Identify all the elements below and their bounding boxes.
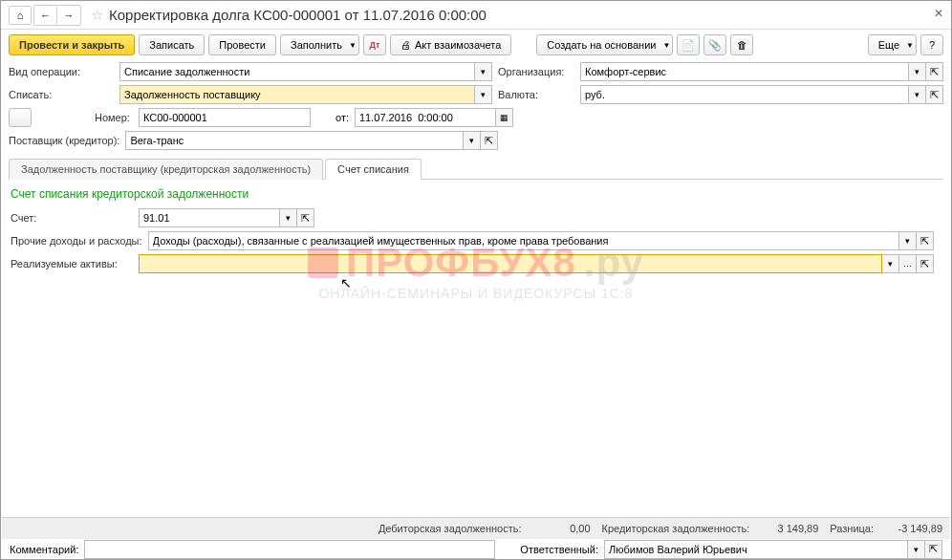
- open-link-icon[interactable]: ⇱: [481, 131, 498, 150]
- debit-label: Дебиторская задолженность:: [379, 523, 522, 534]
- currency-input[interactable]: [580, 85, 909, 104]
- more-button[interactable]: Еще▼: [868, 34, 917, 55]
- writeoff-label: Списать:: [9, 89, 114, 100]
- dropdown-icon[interactable]: ▾: [909, 85, 926, 104]
- number-input[interactable]: [139, 108, 311, 127]
- create-based-button[interactable]: Создать на основании▼: [536, 34, 673, 55]
- organization-input[interactable]: [580, 62, 909, 81]
- back-button[interactable]: ←: [34, 6, 57, 25]
- calendar-icon[interactable]: ▦: [496, 108, 513, 127]
- open-link-icon[interactable]: ⇱: [917, 231, 934, 250]
- toolbar: Провести и закрыть Записать Провести Зап…: [1, 30, 951, 60]
- comment-label: Комментарий:: [10, 544, 78, 555]
- close-icon[interactable]: ✕: [934, 7, 943, 20]
- diff-value: -3 149,89: [885, 523, 942, 534]
- tab-content: Счет списания кредиторской задолженности…: [1, 180, 951, 283]
- post-button[interactable]: Провести: [208, 34, 276, 55]
- titlebar: ⌂ ← → ☆ Корректировка долга КС00-000001 …: [1, 1, 951, 30]
- footer-summary: Дебиторская задолженность: 0,00 Кредитор…: [2, 517, 950, 538]
- help-button[interactable]: ?: [920, 34, 943, 55]
- tab-debt[interactable]: Задолженность поставщику (кредиторская з…: [9, 159, 323, 180]
- credit-value: 3 149,89: [761, 523, 818, 534]
- home-button[interactable]: ⌂: [9, 6, 32, 25]
- fill-button[interactable]: Заполнить▼: [280, 34, 359, 55]
- operation-type-input[interactable]: [119, 62, 475, 81]
- other-income-input[interactable]: [148, 231, 899, 250]
- window-title: Корректировка долга КС00-000001 от 11.07…: [109, 7, 487, 23]
- document-status-icon[interactable]: [9, 108, 32, 127]
- account-label: Счет:: [11, 212, 133, 224]
- organization-label: Организация:: [498, 66, 574, 77]
- assets-input[interactable]: [139, 254, 882, 273]
- open-link-icon[interactable]: ⇱: [926, 85, 943, 104]
- print-icon: 🖨: [400, 39, 411, 51]
- open-link-icon[interactable]: ⇱: [917, 254, 934, 273]
- other-income-label: Прочие доходы и расходы:: [11, 235, 142, 247]
- date-label: от:: [335, 112, 349, 123]
- open-link-icon[interactable]: ⇱: [925, 540, 942, 559]
- tab-writeoff-account[interactable]: Счет списания: [325, 159, 422, 180]
- dropdown-icon[interactable]: ▾: [464, 131, 481, 150]
- supplier-input[interactable]: [125, 131, 464, 150]
- account-input[interactable]: [139, 208, 280, 227]
- assets-label: Реализуемые активы:: [11, 258, 133, 269]
- favorite-icon[interactable]: ☆: [91, 7, 103, 24]
- clip-button[interactable]: 📎: [703, 34, 726, 55]
- dropdown-icon[interactable]: ▾: [908, 540, 925, 559]
- currency-label: Валюта:: [498, 89, 574, 100]
- section-title: Счет списания кредиторской задолженности: [11, 187, 941, 201]
- dropdown-icon[interactable]: ▾: [280, 208, 297, 227]
- comment-bar: Комментарий: Ответственный: ▾ ⇱: [2, 538, 950, 559]
- responsible-input[interactable]: [604, 540, 908, 559]
- dropdown-icon[interactable]: ▾: [899, 231, 917, 250]
- attach-button[interactable]: 📄: [677, 34, 700, 55]
- debit-value: 0,00: [533, 523, 591, 534]
- dt-kt-button[interactable]: Дт: [363, 34, 386, 55]
- dropdown-icon[interactable]: ▾: [475, 62, 492, 81]
- post-and-close-button[interactable]: Провести и закрыть: [9, 34, 135, 55]
- tab-bar: Задолженность поставщику (кредиторская з…: [9, 158, 943, 180]
- ellipsis-icon[interactable]: …: [899, 254, 917, 273]
- forward-button[interactable]: →: [57, 6, 80, 25]
- open-link-icon[interactable]: ⇱: [926, 62, 943, 81]
- save-button[interactable]: Записать: [139, 34, 205, 55]
- open-link-icon[interactable]: ⇱: [297, 208, 314, 227]
- diff-label: Разница:: [830, 523, 874, 534]
- responsible-label: Ответственный:: [520, 544, 598, 555]
- operation-type-label: Вид операции:: [9, 66, 114, 77]
- writeoff-input[interactable]: [119, 85, 475, 104]
- delete-button[interactable]: 🗑: [730, 34, 753, 55]
- dropdown-icon[interactable]: ▾: [475, 85, 492, 104]
- supplier-label: Поставщик (кредитор):: [9, 135, 119, 146]
- dropdown-icon[interactable]: ▾: [909, 62, 926, 81]
- dropdown-icon[interactable]: ▾: [882, 254, 899, 273]
- credit-label: Кредиторская задолженность:: [602, 523, 750, 534]
- date-input[interactable]: [355, 108, 496, 127]
- offset-act-button[interactable]: 🖨Акт взаимозачета: [390, 34, 511, 55]
- number-label: Номер:: [95, 112, 133, 123]
- comment-input[interactable]: [84, 540, 495, 559]
